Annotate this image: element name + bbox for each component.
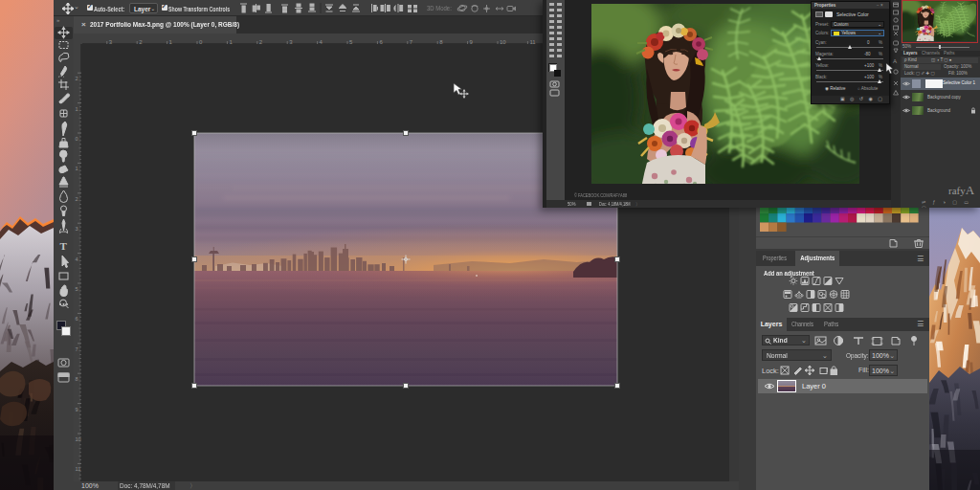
svg-text:9: 9 bbox=[76, 407, 78, 412]
svg-text:0: 0 bbox=[76, 136, 78, 142]
svg-text:2: 2 bbox=[76, 196, 78, 202]
svg-text:1: 1 bbox=[76, 166, 78, 171]
svg-text:8: 8 bbox=[76, 376, 78, 382]
svg-text:1: 1 bbox=[76, 106, 78, 112]
svg-text:T: T bbox=[60, 240, 68, 252]
svg-text:7: 7 bbox=[76, 346, 78, 352]
svg-text:5: 5 bbox=[76, 286, 78, 292]
svg-text:2: 2 bbox=[76, 76, 78, 81]
svg-text:6: 6 bbox=[76, 316, 78, 322]
svg-text:4: 4 bbox=[76, 256, 78, 262]
svg-text:3: 3 bbox=[76, 226, 78, 232]
